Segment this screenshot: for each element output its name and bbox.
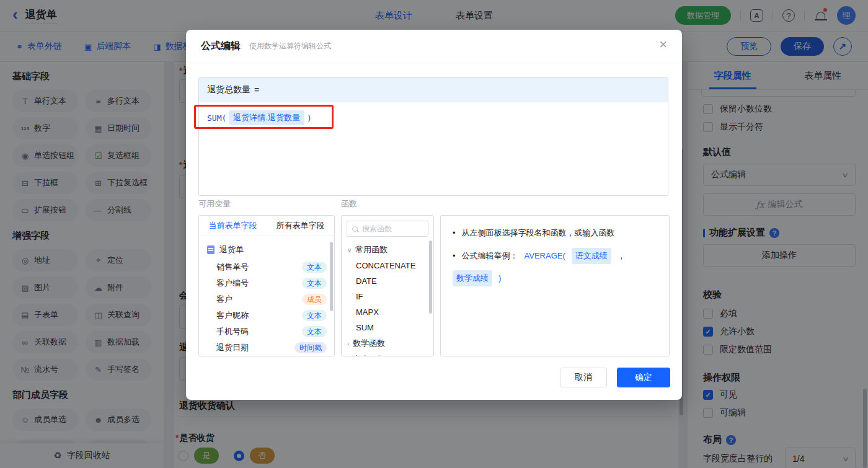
variable-type-badge: 时间戳 [294, 342, 327, 353]
functions-label: 函数 [341, 198, 357, 210]
variable-name: 客户昵称 [216, 310, 249, 321]
formula-target: 退货总数量 [207, 84, 250, 95]
chevron-right-icon: › [347, 356, 349, 357]
function-item[interactable]: DATE [342, 273, 433, 289]
search-icon [352, 226, 358, 232]
tip-text: 从左侧面板选择字段名和函数，或输入函数 [462, 226, 615, 240]
app-window: ‹ 退货单 表单设计 表单设置 数据管理 A ? 理 ⚭ 表单外链 ▣ 后端脚本 [0, 0, 868, 468]
tips-panel: • 从左侧面板选择字段名和函数，或输入函数 • 公式编辑举例： AVERAGE(… [440, 215, 670, 356]
confirm-button[interactable]: 确定 [617, 368, 670, 387]
variable-name: 手机号码 [216, 326, 249, 337]
formula-edit-modal: 公式编辑 使用数学运算符编辑公式 × 退货总数量 = SUM( 退货详情.退货数… [186, 30, 682, 400]
modal-subtitle: 使用数学运算符编辑公式 [249, 41, 331, 51]
tip-text: 公式编辑举例： [462, 249, 518, 263]
variable-row[interactable]: 手机号码 文本 [199, 324, 334, 340]
function-item[interactable]: CONCATENATE [342, 258, 433, 273]
function-group[interactable]: › 文本函数 [342, 351, 433, 356]
close-icon[interactable]: × [659, 38, 667, 51]
form-file-icon [207, 245, 215, 254]
bullet-icon: • [453, 226, 456, 240]
function-group-label: 数学函数 [353, 338, 385, 349]
search-placeholder: 搜索函数 [362, 224, 392, 234]
variable-name: 客户编号 [216, 278, 249, 289]
cancel-button[interactable]: 取消 [560, 368, 607, 387]
variables-scrollbar[interactable] [330, 242, 333, 311]
variable-row[interactable]: 退货日期 时间戳 [199, 340, 334, 356]
example-function-open: AVERAGE( [525, 249, 565, 263]
variable-type-badge: 文本 [302, 278, 327, 289]
variables-root-label: 退货单 [219, 244, 244, 255]
function-item[interactable]: IF [342, 289, 433, 304]
function-group-expanded[interactable]: ∨ 常用函数 [342, 242, 433, 258]
search-input[interactable]: 搜索函数 [347, 221, 428, 237]
modal-header: 公式编辑 使用数学运算符编辑公式 × [186, 30, 682, 63]
example-field-token: 数学成绩 [453, 270, 492, 286]
variables-tab[interactable]: 当前表单字段 [199, 216, 267, 236]
variable-name: 销售单号 [216, 262, 249, 273]
tip-line: • 公式编辑举例： AVERAGE( 语文成绩 ， 数学成绩 ) [453, 248, 657, 286]
variables-label: 可用变量 [198, 198, 231, 210]
chevron-right-icon: › [347, 340, 349, 347]
variables-tab[interactable]: 所有表单字段 [267, 216, 334, 236]
variable-name: 退货日期 [216, 342, 249, 353]
variables-list: 销售单号 文本 客户编号 文本 客户 成员 客户昵称 文本 手机号码 文本 退货… [199, 259, 334, 356]
variables-tabs: 当前表单字段 所有表单字段 [199, 216, 334, 236]
example-comma: ， [618, 249, 626, 263]
formula-target-bar: 退货总数量 = [199, 77, 668, 102]
variable-type-badge: 成员 [302, 294, 327, 305]
functions-scrollbar[interactable] [429, 241, 432, 314]
variable-row[interactable]: 销售单号 文本 [199, 259, 334, 275]
functions-panel: 搜索函数 ∨ 常用函数 CONCATENATE DATE IF MAPX SUM… [341, 215, 434, 356]
chevron-down-icon: ∨ [347, 247, 352, 254]
formula-editor[interactable]: 退货总数量 = SUM( 退货详情.退货数量 ) [198, 77, 668, 196]
function-group[interactable]: › 数学函数 [342, 335, 433, 351]
variable-row[interactable]: 客户 成员 [199, 291, 334, 307]
example-field-token: 语文成绩 [572, 248, 611, 264]
variable-name: 客户 [216, 294, 232, 305]
variable-type-badge: 文本 [302, 326, 327, 337]
function-group-label: 文本函数 [353, 354, 385, 356]
variable-row[interactable]: 客户昵称 文本 [199, 307, 334, 324]
function-list: CONCATENATE DATE IF MAPX SUM [342, 258, 433, 335]
variable-type-badge: 文本 [302, 310, 327, 321]
variables-panel: 当前表单字段 所有表单字段 退货单 销售单号 文本 客户编号 文本 客户 成员 … [198, 215, 335, 356]
equals-sign: = [254, 85, 259, 95]
modal-title: 公式编辑 [201, 40, 241, 53]
function-item[interactable]: MAPX [342, 304, 433, 320]
variables-root[interactable]: 退货单 [199, 241, 334, 259]
variable-row[interactable]: 客户编号 文本 [199, 275, 334, 291]
variables-tree: 退货单 销售单号 文本 客户编号 文本 客户 成员 客户昵称 文本 手机号码 文… [199, 236, 334, 356]
example-function-close: ) [498, 272, 501, 285]
function-item[interactable]: SUM [342, 320, 433, 335]
highlight-red-box [194, 105, 334, 129]
bullet-icon: • [453, 249, 456, 263]
variable-type-badge: 文本 [302, 262, 327, 273]
function-group-label: 常用函数 [355, 244, 388, 255]
tip-line: • 从左侧面板选择字段名和函数，或输入函数 [453, 226, 657, 240]
function-groups-collapsed: › 数学函数 › 文本函数 [342, 335, 433, 356]
